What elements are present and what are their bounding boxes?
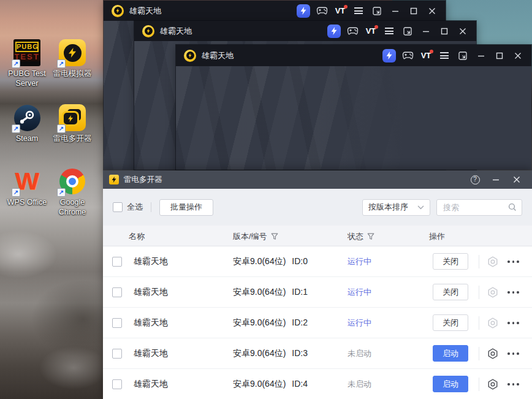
divider (151, 202, 151, 212)
search-input[interactable] (442, 202, 508, 213)
vt-icon[interactable]: VT (362, 21, 380, 41)
filter-icon[interactable] (367, 233, 374, 240)
search-icon (508, 203, 517, 211)
row-checkbox[interactable] (112, 287, 122, 297)
close-button[interactable] (454, 21, 472, 41)
help-icon[interactable]: ? (467, 170, 483, 189)
instance-row: 雄霸天地 安卓9.0(64位)ID:1 运行中 关闭 (103, 277, 532, 308)
desktop-icon-steam[interactable]: ↗ Steam (3, 104, 51, 143)
table-header: 名称 版本/编号 状态 操作 (103, 226, 532, 246)
search-box[interactable] (436, 199, 522, 216)
header-action: 操作 (429, 231, 445, 242)
instance-status: 运行中 (348, 287, 371, 298)
desktop-icon-ld-multiplayer[interactable]: ↗ 雷电多开器 (48, 104, 96, 143)
instance-name: 雄霸天地 (134, 379, 168, 390)
more-icon[interactable] (507, 322, 519, 324)
desktop: PUBG TEST ↗ PUBG Test Server ↗ 雷电模拟器 (0, 0, 532, 399)
ldplayer-app-icon (184, 50, 196, 62)
maximize-button[interactable] (490, 45, 509, 66)
instance-status: 运行中 (348, 256, 371, 267)
row-checkbox[interactable] (112, 257, 122, 267)
vt-icon[interactable]: VT (417, 45, 435, 66)
close-button[interactable] (509, 45, 527, 66)
instance-name: 雄霸天地 (134, 317, 168, 329)
instance-version: 安卓9.0(64位)ID:2 (233, 317, 308, 329)
row-checkbox[interactable] (112, 379, 122, 389)
maximize-button[interactable] (435, 21, 454, 41)
filter-icon[interactable] (271, 233, 278, 240)
settings-icon[interactable] (487, 348, 499, 360)
select-all-checkbox[interactable] (113, 202, 123, 212)
maximize-button[interactable] (405, 1, 423, 21)
desktop-icon-pubg-test-server[interactable]: PUBG TEST ↗ PUBG Test Server (3, 39, 51, 88)
gamepad-icon[interactable] (313, 1, 331, 21)
booster-icon[interactable] (325, 21, 343, 41)
row-checkbox[interactable] (112, 318, 122, 328)
row-checkbox[interactable] (112, 349, 122, 359)
desktop-icon-google-chrome[interactable]: ↗ Google Chrome (48, 168, 96, 217)
menu-icon[interactable] (435, 45, 454, 66)
emulator-titlebar[interactable]: 雄霸天地 VT (104, 1, 446, 21)
more-icon[interactable] (507, 291, 519, 294)
ld-multiplayer-icon: ↗ (59, 104, 86, 131)
stop-button[interactable]: 关闭 (433, 253, 468, 270)
shortcut-arrow-icon: ↗ (12, 124, 20, 133)
switch-window-icon[interactable] (368, 1, 386, 21)
more-icon[interactable] (507, 260, 519, 263)
booster-icon[interactable] (294, 1, 313, 21)
vt-icon[interactable]: VT (331, 1, 349, 21)
instance-version: 安卓9.0(64位)ID:3 (233, 348, 308, 359)
desktop-icon-ldplayer[interactable]: ↗ 雷电模拟器 (48, 39, 96, 78)
instance-version: 安卓9.0(64位)ID:4 (233, 379, 308, 390)
instance-version: 安卓9.0(64位)ID:1 (233, 287, 308, 298)
instance-id: ID:4 (292, 379, 308, 389)
emulator-titlebar[interactable]: 雄霸天地 VT (176, 45, 531, 66)
shortcut-arrow-icon: ↗ (57, 59, 66, 68)
wps-icon: W ↗ (13, 168, 40, 195)
more-icon[interactable] (507, 383, 519, 386)
settings-icon[interactable] (487, 256, 499, 268)
gamepad-icon[interactable] (398, 45, 417, 66)
booster-icon[interactable] (380, 45, 398, 66)
minimize-button[interactable] (472, 45, 490, 66)
switch-window-icon[interactable] (398, 21, 417, 41)
shortcut-arrow-icon: ↗ (12, 59, 20, 68)
more-icon[interactable] (507, 352, 519, 355)
minimize-button[interactable] (417, 21, 435, 41)
desktop-icon-label: 雷电模拟器 (53, 69, 92, 78)
window-title: 雄霸天地 (129, 6, 161, 17)
desktop-icon-wps-office[interactable]: W ↗ WPS Office (3, 168, 51, 207)
settings-icon[interactable] (487, 286, 499, 298)
vt-badge-dot (430, 50, 433, 53)
instance-id: ID:1 (292, 287, 308, 297)
steam-icon: ↗ (13, 104, 40, 131)
emulator-titlebar[interactable]: 雄霸天地 VT (134, 21, 476, 41)
instance-status: 运行中 (348, 317, 371, 329)
settings-icon[interactable] (487, 317, 499, 329)
divider (479, 286, 479, 299)
ldplayer-app-icon (112, 5, 124, 17)
manager-titlebar[interactable]: 雷电多开器 ? (103, 170, 532, 189)
ldplayer-app-icon (142, 25, 154, 37)
minimize-button[interactable] (488, 170, 504, 189)
instance-id: ID:3 (292, 348, 308, 358)
manager-app-icon (109, 175, 119, 184)
chevron-down-icon (417, 205, 424, 210)
instance-id: ID:2 (292, 317, 308, 327)
instance-row: 雄霸天地 安卓9.0(64位)ID:3 未启动 启动 (103, 338, 532, 369)
gamepad-icon[interactable] (343, 21, 362, 41)
close-button[interactable] (423, 1, 441, 21)
stop-button[interactable]: 关闭 (433, 314, 468, 331)
stop-button[interactable]: 关闭 (433, 284, 468, 300)
close-button[interactable] (509, 170, 525, 189)
start-button[interactable]: 启动 (433, 376, 468, 392)
switch-window-icon[interactable] (454, 45, 472, 66)
instance-row: 雄霸天地 安卓9.0(64位)ID:2 运行中 关闭 (103, 308, 532, 338)
menu-icon[interactable] (349, 1, 368, 21)
settings-icon[interactable] (487, 378, 499, 390)
start-button[interactable]: 启动 (433, 345, 468, 362)
minimize-button[interactable] (386, 1, 405, 21)
sort-dropdown[interactable]: 按版本排序 (362, 199, 430, 216)
batch-operations-button[interactable]: 批量操作 (159, 199, 213, 216)
menu-icon[interactable] (380, 21, 398, 41)
